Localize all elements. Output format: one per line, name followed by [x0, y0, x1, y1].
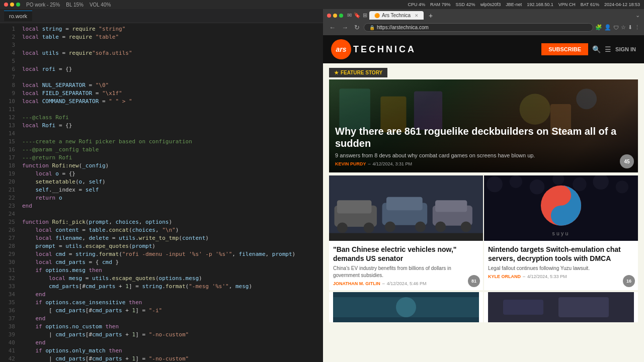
svg-text:suyu: suyu	[552, 230, 570, 236]
svg-point-4	[576, 88, 597, 109]
article-ev-thumbnail	[329, 175, 483, 241]
lock-icon: 🔒	[369, 25, 375, 30]
svg-point-21	[487, 176, 503, 193]
article-ev-author: JONATHAN M. GITLIN	[333, 281, 380, 286]
article-nintendo-body: Nintendo targets Switch-emulation chat s…	[484, 241, 638, 283]
jbe-stat: JBE-net	[506, 2, 522, 7]
ars-logo-wordmark: TECHNICA	[353, 44, 416, 55]
ssd-stat: SSD 42%	[456, 2, 475, 7]
ram-stat: RAM 79%	[430, 2, 451, 7]
article-ev-body: "Ban Chinese electric vehicles now," dem…	[329, 241, 483, 290]
star-icon: ★	[334, 70, 339, 75]
wifi-stat: wlp0s20f3	[480, 2, 501, 7]
profile-icon[interactable]: 👤	[604, 24, 611, 31]
article-ev-dash: –	[382, 281, 385, 286]
minimize-dot[interactable]	[10, 3, 14, 7]
star-icon[interactable]: ☆	[621, 24, 626, 31]
bat-stat: BAT 61%	[581, 2, 599, 7]
article-nintendo-dash: –	[523, 274, 525, 279]
article-ev-date: 4/12/2024, 5:46 PM	[387, 281, 427, 286]
settings-icon[interactable]: ⋮	[634, 24, 640, 31]
code-text[interactable]: local string = require "string" local ta…	[18, 23, 323, 362]
ars-logo-circle: ars	[331, 39, 351, 59]
svg-rect-8	[337, 200, 372, 213]
datetime-stat: 2024-04-12 18:53	[604, 2, 640, 7]
forward-button[interactable]: →	[340, 23, 350, 32]
svg-rect-2	[414, 91, 442, 130]
feature-story-meta: KEVIN PURDY – 4/12/2024, 3:31 PM	[335, 161, 632, 166]
svg-rect-16	[435, 200, 467, 212]
svg-point-9	[337, 222, 348, 233]
article-card-nintendo[interactable]: suyu Nintendo targets Switch-emulation c…	[484, 175, 638, 290]
code-tab-label: ro.work	[9, 13, 27, 19]
article-nintendo-title: Nintendo targets Switch-emulation chat s…	[488, 245, 634, 263]
feature-badge-text: FEATURE STORY	[341, 70, 382, 75]
download-icon[interactable]: ⬇	[628, 24, 632, 31]
article-grid: "Ban Chinese electric vehicles now," dem…	[323, 174, 644, 291]
feature-section: ★ FEATURE STORY	[323, 63, 644, 174]
maximize-dot[interactable]	[16, 3, 20, 7]
browser-expand-icon[interactable]: ⌄	[635, 12, 640, 19]
bottom-article-grid	[323, 291, 644, 326]
bottom-card-2[interactable]	[484, 292, 638, 322]
article-nintendo-desc: Legal fallout continues following Yuzu l…	[488, 265, 634, 272]
system-stats: CPU 4% RAM 79% SSD 42% wlp0s20f3 JBE-net…	[408, 2, 640, 7]
bookmark-icon[interactable]: 🔖	[354, 12, 361, 19]
article-ev-desc: China's EV industry benefits from billio…	[333, 265, 479, 279]
ars-logo-letters: ars	[336, 45, 346, 53]
mail-icon[interactable]: ✉	[347, 12, 352, 19]
article-ev-meta: JONATHAN M. GITLIN – 4/12/2024, 5:46 PM	[333, 281, 479, 286]
url-bar[interactable]: 🔒 https://arstechnica.com	[364, 23, 593, 32]
browser-chrome: ✉ 🔖 ⊞ 🟠 Ars Technica ✕ + ⌄ ← → ↻ 🔒 https…	[323, 9, 644, 35]
svg-point-25	[573, 177, 586, 191]
apps-icon[interactable]: ⊞	[363, 12, 367, 19]
hamburger-icon[interactable]: ☰	[605, 45, 611, 53]
feature-story-text: Why there are 861 roguelike deckbuilders…	[335, 125, 632, 166]
svg-rect-12	[386, 197, 423, 210]
svg-point-13	[385, 221, 395, 232]
line-numbers: 12345 678910 1112131415 1617181920 21222…	[0, 23, 18, 362]
feature-story-image: Why there are 861 roguelike deckbuilders…	[329, 79, 638, 172]
svg-rect-0	[339, 88, 370, 130]
svg-rect-19	[329, 233, 483, 241]
bottom-card-1[interactable]	[329, 292, 483, 322]
svg-rect-36	[503, 300, 543, 315]
article-card-ev[interactable]: "Ban Chinese electric vehicles now," dem…	[329, 175, 483, 290]
workspace-label: PO work - 25%	[26, 2, 60, 8]
feature-badge: ★ FEATURE STORY	[329, 68, 387, 77]
back-button[interactable]: ←	[327, 23, 338, 32]
feature-story-dash: –	[368, 161, 371, 166]
browser-minimize-dot[interactable]	[333, 14, 337, 18]
vol-label: VOL 40%	[90, 2, 111, 8]
close-dot[interactable]	[4, 3, 8, 7]
new-tab-button[interactable]: +	[426, 12, 436, 20]
browser-close-dot[interactable]	[327, 14, 331, 18]
feature-comment-count[interactable]: 45	[620, 154, 634, 168]
browser-nav-row: ← → ↻ 🔒 https://arstechnica.com 🧩 👤 🛡 ☆ …	[327, 22, 640, 33]
svg-point-27	[616, 180, 628, 193]
browser-active-tab[interactable]: 🟠 Ars Technica ✕	[369, 11, 424, 20]
shield-icon[interactable]: 🛡	[613, 25, 619, 31]
reload-button[interactable]: ↻	[352, 23, 362, 32]
feature-story-card[interactable]: Why there are 861 roguelike deckbuilders…	[329, 79, 638, 172]
article-nintendo-thumbnail: suyu	[484, 175, 638, 241]
top-bar: PO work - 25% BL 15% VOL 40% CPU 4% RAM …	[0, 0, 644, 9]
subscribe-button[interactable]: SUBSCRIBE	[541, 43, 588, 55]
browser-window-controls	[327, 14, 343, 18]
svg-point-22	[510, 175, 522, 188]
ars-logo[interactable]: ars TECHNICA	[331, 39, 416, 59]
code-tab[interactable]: ro.work	[4, 11, 32, 21]
extensions-icon[interactable]: 🧩	[595, 24, 602, 31]
feature-story-subtitle: 9 answers from 8 devs about why combat c…	[335, 152, 632, 158]
browser-action-icons: 🧩 👤 🛡 ☆ ⬇ ⋮	[595, 24, 640, 31]
sign-in-button[interactable]: SIGN IN	[615, 46, 636, 52]
browser-tab-close-btn[interactable]: ✕	[415, 13, 419, 18]
search-icon[interactable]: 🔍	[592, 45, 601, 53]
svg-point-17	[435, 221, 446, 232]
feature-story-date: 4/12/2024, 3:31 PM	[373, 161, 413, 166]
article-nintendo-comments[interactable]: 16	[623, 275, 635, 287]
browser-maximize-dot[interactable]	[339, 14, 343, 18]
svg-rect-37	[558, 297, 609, 317]
article-nintendo-author: KYLE ORLAND	[488, 274, 521, 279]
cpu-stat: CPU 4%	[408, 2, 426, 7]
